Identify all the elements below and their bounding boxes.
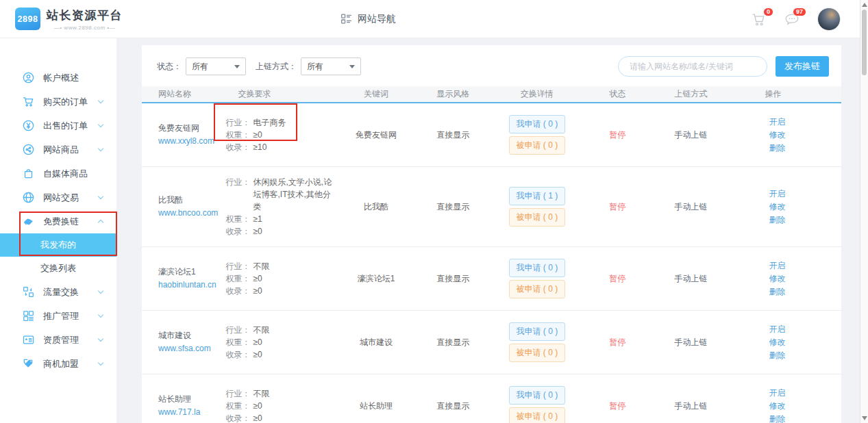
sidebar-item[interactable]: 出售的订单 [0, 114, 116, 138]
my-apply-button[interactable]: 我申请 ( 0 ) [509, 259, 565, 277]
status-text: 暂停 [609, 130, 625, 140]
action-link[interactable]: 修改 [769, 400, 841, 413]
column-header-method: 上链方式 [652, 86, 729, 103]
requirement-value: ≥1 [253, 213, 262, 225]
action-link[interactable]: 开启 [769, 116, 841, 129]
chevron-down-icon [98, 122, 103, 127]
chevron-down-icon [98, 194, 103, 199]
publish-exchange-button[interactable]: 发布换链 [776, 56, 829, 77]
sidebar-item-label: 交换列表 [40, 262, 76, 274]
user-avatar[interactable] [817, 8, 841, 31]
site-domain-link[interactable]: haobinluntan.cn [158, 279, 226, 292]
bag-icon [23, 168, 34, 179]
my-apply-button[interactable]: 我申请 ( 0 ) [509, 386, 565, 405]
actions-cell: 开启修改删除 [730, 311, 841, 374]
action-link[interactable]: 删除 [769, 349, 841, 362]
action-link[interactable]: 开启 [769, 188, 841, 201]
scroll-down-arrow[interactable] [862, 416, 867, 420]
site-name: 比我酷 [158, 194, 226, 207]
cart-button[interactable]: 0 [752, 12, 768, 27]
requirement-label: 权重： [226, 272, 253, 285]
chevron-down-icon [98, 312, 103, 318]
requirement-value: 不限 [253, 324, 270, 336]
requirement-value: ≥0 [253, 400, 262, 412]
column-header-detail: 交换详情 [491, 86, 582, 103]
applied-button[interactable]: 被申请 ( 0 ) [509, 136, 565, 155]
requirement-label: 收录： [226, 412, 253, 423]
method-select[interactable]: 所有 [301, 57, 361, 75]
sidebar-item[interactable]: 购买的订单 [0, 90, 116, 114]
site-name: 城市建设 [158, 329, 226, 342]
keyword: 城市建设 [338, 311, 414, 374]
action-link[interactable]: 修改 [769, 272, 841, 285]
site-domain-link[interactable]: www.bncoo.com [158, 207, 226, 220]
page: 2898 站长资源平台 —• www.2898.com •— 网站导航 0 97 [0, 0, 868, 423]
applied-button[interactable]: 被申请 ( 0 ) [509, 344, 565, 362]
my-apply-button[interactable]: 我申请 ( 0 ) [509, 322, 565, 341]
applied-button[interactable]: 被申请 ( 0 ) [509, 280, 565, 298]
sidebar-item[interactable]: 资质管理 [0, 328, 116, 352]
sidebar-item[interactable]: 流量交换 [0, 280, 116, 304]
requirement-value: 不限 [253, 260, 270, 272]
status-text: 暂停 [609, 274, 625, 283]
display-style: 直接显示 [414, 374, 491, 423]
site-cell: 城市建设www.sfsa.com [142, 311, 226, 374]
cart-badge: 0 [763, 8, 773, 16]
action-link[interactable]: 删除 [769, 285, 841, 298]
action-link[interactable]: 删除 [769, 413, 841, 423]
search-input[interactable] [618, 56, 767, 77]
sidebar-item-label: 资质管理 [43, 334, 79, 346]
requirement-label: 权重： [226, 400, 253, 412]
status-select[interactable]: 所有 [186, 57, 246, 75]
column-header-style: 显示风格 [414, 86, 491, 103]
grid-nav-icon [340, 13, 352, 25]
top-header: 2898 站长资源平台 —• www.2898.com •— 网站导航 0 97 [0, 0, 860, 38]
sidebar-item-label: 购买的订单 [43, 96, 88, 108]
nav-site-directory[interactable]: 网站导航 [340, 13, 396, 25]
logo[interactable]: 2898 站长资源平台 —• www.2898.com •— [15, 8, 123, 31]
sidebar-item[interactable]: 商机加盟 [0, 352, 116, 376]
my-apply-button[interactable]: 我申请 ( 0 ) [509, 115, 565, 133]
sidebar-item[interactable]: 推广管理 [0, 304, 116, 328]
sidebar-item[interactable]: 免费换链 [0, 209, 116, 233]
site-cell: 免费友链网www.xxyl8.com [142, 103, 226, 167]
exchange-detail: 我申请 ( 1 )被申请 ( 0 ) [491, 167, 582, 247]
messages-button[interactable]: 97 [784, 12, 801, 27]
promo-icon [23, 310, 34, 322]
action-link[interactable]: 删除 [769, 142, 841, 155]
chevron-up-icon [98, 220, 103, 225]
requirement-label: 权重： [226, 336, 253, 348]
sidebar-item[interactable]: 帐户概述 [0, 66, 116, 90]
action-link[interactable]: 修改 [769, 201, 841, 214]
sidebar-item[interactable]: 自媒体商品 [0, 162, 116, 185]
my-apply-button[interactable]: 我申请 ( 1 ) [509, 187, 565, 205]
site-name: 濠滨论坛1 [158, 266, 226, 279]
exchange-requirements: 行业：不限权重：≥0收录：≥0 [226, 311, 338, 374]
action-link[interactable]: 修改 [769, 129, 841, 142]
scroll-up-arrow[interactable] [862, 3, 867, 7]
requirement-label: 收录： [226, 225, 253, 238]
sidebar-item[interactable]: 我发布的 [0, 233, 116, 257]
sidebar-item[interactable]: 网站交易 [0, 185, 116, 209]
sidebar-item[interactable]: 网站商品 [0, 138, 116, 162]
requirement-value: ≥0 [253, 285, 262, 297]
site-domain-link[interactable]: www.sfsa.com [158, 342, 226, 355]
sidebar-item[interactable]: 交换列表 [0, 257, 116, 280]
applied-button[interactable]: 被申请 ( 0 ) [509, 208, 565, 227]
applied-button[interactable]: 被申请 ( 0 ) [509, 407, 565, 423]
status-text: 暂停 [609, 337, 625, 347]
chevron-down-icon [98, 98, 103, 103]
requirement-value: ≥0 [253, 348, 262, 361]
action-link[interactable]: 开启 [769, 387, 841, 400]
method-select-value: 所有 [307, 61, 323, 73]
action-link[interactable]: 开启 [769, 259, 841, 272]
action-link[interactable]: 修改 [769, 336, 841, 349]
chevron-down-icon [98, 336, 103, 342]
action-link[interactable]: 删除 [769, 214, 841, 227]
site-domain-link[interactable]: www.717.la [158, 406, 226, 419]
scrollbar-thumb[interactable] [862, 10, 867, 75]
actions-cell: 开启修改删除 [730, 103, 841, 167]
site-domain-link[interactable]: www.xxyl8.com [158, 135, 226, 148]
action-link[interactable]: 开启 [769, 323, 841, 336]
table-row: 城市建设www.sfsa.com行业：不限权重：≥0收录：≥0城市建设直接显示我… [142, 311, 841, 374]
